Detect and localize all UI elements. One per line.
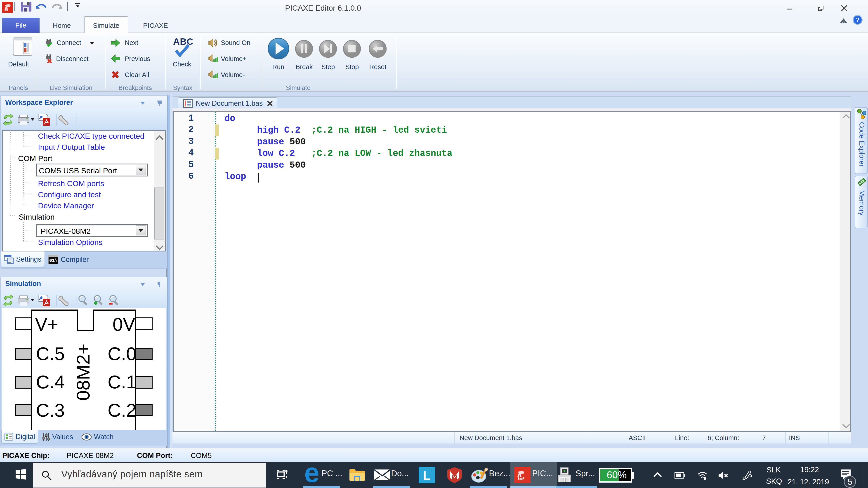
svg-text:01\: 01\ (49, 258, 57, 263)
svg-text:L: L (423, 468, 431, 483)
svg-text:?: ? (856, 16, 860, 24)
